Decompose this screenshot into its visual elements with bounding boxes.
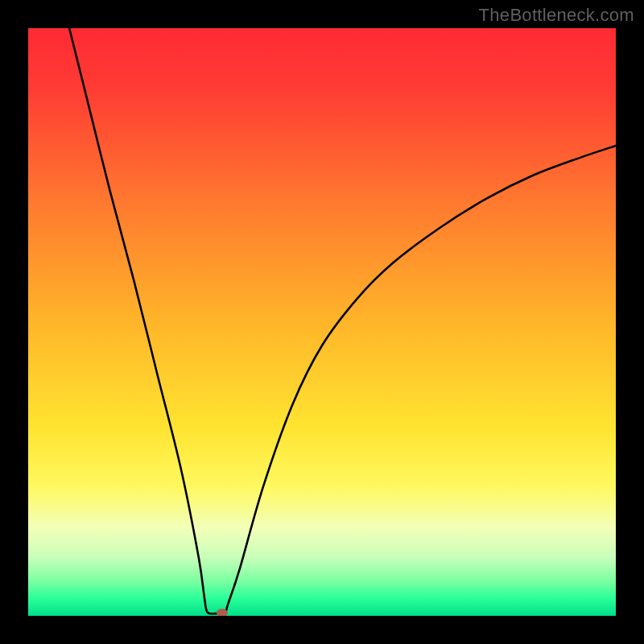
chart-frame: TheBottleneck.com xyxy=(0,0,644,644)
gradient-background xyxy=(28,28,616,616)
plot-area xyxy=(28,28,616,616)
bottleneck-chart xyxy=(28,28,616,616)
watermark-text: TheBottleneck.com xyxy=(479,5,634,26)
